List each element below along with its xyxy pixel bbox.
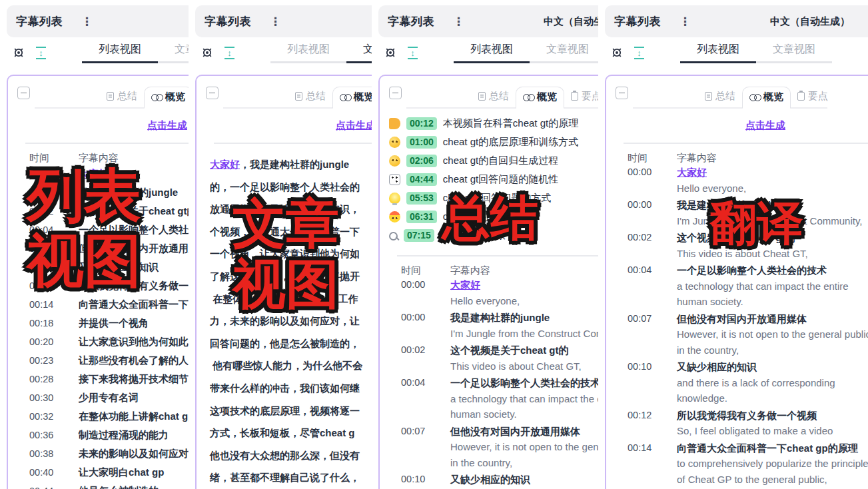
language-selector[interactable]: 中文（自动生成） bbox=[544, 15, 598, 28]
pill-overview[interactable]: 概览 bbox=[144, 87, 189, 109]
pill-overview[interactable]: 概览 bbox=[332, 87, 372, 109]
subtitle-time[interactable]: 00:00 bbox=[29, 169, 68, 179]
auto-scroll-icon[interactable] bbox=[36, 47, 46, 59]
subtitle-row[interactable]: 00:02这个视频是关于cheat gt的This video is about… bbox=[380, 342, 598, 374]
subtitle-link[interactable]: 大家好 bbox=[677, 165, 868, 181]
subtitle-time[interactable]: 00:02 bbox=[401, 342, 440, 358]
pill-summary[interactable]: 总结 bbox=[288, 87, 332, 107]
auto-scroll-icon[interactable] bbox=[224, 47, 234, 59]
subtitle-row[interactable]: 00:00大家好 bbox=[8, 165, 189, 183]
subtitle-row[interactable]: 00:44他是怎么被制造的 bbox=[8, 482, 189, 489]
subtitle-row[interactable]: 00:12所以我觉得我有义务做一个视频So, I feel obligated … bbox=[606, 408, 868, 439]
summary-row[interactable]: 01:00cheat gt的底层原理和训练方式 bbox=[389, 133, 598, 151]
kebab-menu-icon[interactable] bbox=[453, 15, 464, 29]
timestamp-badge[interactable]: 07:15 bbox=[404, 229, 434, 242]
subtitle-row[interactable]: 00:07但他没有对国内开放通用媒体However, it is not ope… bbox=[606, 311, 868, 358]
subtitle-time[interactable]: 00:23 bbox=[29, 355, 68, 366]
subtitle-row[interactable]: 00:00大家好Hello everyone, bbox=[380, 277, 598, 308]
kebab-menu-icon[interactable] bbox=[81, 15, 93, 29]
subtitle-row[interactable]: 00:30少用专有名词 bbox=[8, 388, 189, 407]
subtitle-row[interactable]: 00:00大家好Hello everyone, bbox=[606, 165, 868, 196]
locate-subtitle-icon[interactable] bbox=[12, 46, 25, 59]
summary-row[interactable]: 06:31chat gpt的涌现能力 bbox=[389, 207, 598, 226]
kebab-menu-icon[interactable] bbox=[270, 15, 281, 29]
subtitle-row[interactable]: 00:02这个视频是关于cheat gt的This video is about… bbox=[606, 230, 868, 261]
subtitle-time[interactable]: 00:00 bbox=[29, 187, 68, 198]
subtitle-row[interactable]: 00:02这个视频是关于cheat gt的 bbox=[8, 202, 189, 221]
generate-link[interactable]: 点击生成 bbox=[646, 119, 868, 132]
subtitle-row[interactable]: 00:40让大家明白chat gp bbox=[8, 463, 189, 482]
summary-row[interactable]: 05:53chat gp t回答问题的方式 bbox=[389, 189, 598, 207]
locate-subtitle-icon[interactable] bbox=[201, 46, 214, 59]
generate-link[interactable]: 点击生成 bbox=[236, 119, 372, 132]
subtitle-row[interactable]: 00:20让大家意识到他为何如此 bbox=[8, 332, 189, 351]
locate-subtitle-icon[interactable] bbox=[384, 46, 397, 59]
tab-list-view[interactable]: 列表视图 bbox=[680, 43, 756, 63]
generate-link[interactable]: 点击生成 bbox=[48, 119, 189, 132]
subtitle-row[interactable]: 00:10又缺少相应的知识and there is a lack of corr… bbox=[380, 472, 598, 489]
subtitle-time[interactable]: 00:10 bbox=[628, 359, 666, 375]
timestamp-badge[interactable]: 00:12 bbox=[406, 117, 437, 130]
subtitle-time[interactable]: 00:32 bbox=[29, 411, 68, 422]
subtitle-time[interactable]: 00:30 bbox=[29, 392, 68, 403]
subtitle-row[interactable]: 00:04一个足以影响整个人类社会的技术a technology that ca… bbox=[380, 375, 598, 422]
subtitle-row[interactable]: 00:07但他没有对国内开放通用媒体 bbox=[8, 239, 189, 258]
subtitle-row[interactable]: 00:04一个足以影响整个人类社会的技术 bbox=[8, 221, 189, 239]
pill-summary[interactable]: 总结 bbox=[698, 87, 742, 107]
tab-article-view[interactable]: 文章视图 bbox=[346, 43, 372, 63]
subtitle-time[interactable]: 00:20 bbox=[29, 336, 68, 347]
collapse-icon[interactable] bbox=[206, 87, 218, 99]
subtitle-time[interactable]: 00:12 bbox=[29, 280, 68, 291]
subtitle-row[interactable]: 00:28接下来我将抛开技术细节 bbox=[8, 370, 189, 388]
collapse-icon[interactable] bbox=[17, 87, 30, 99]
pill-summary[interactable]: 总结 bbox=[472, 87, 516, 107]
tab-article-view[interactable]: 文章视图 bbox=[756, 43, 832, 63]
subtitle-row[interactable]: 00:00我是建构社群的jungleI'm Jungle from the Co… bbox=[380, 310, 598, 341]
pill-overview[interactable]: 概览 bbox=[742, 87, 791, 109]
subtitle-row[interactable]: 00:07但他没有对国内开放通用媒体However, it is not ope… bbox=[380, 424, 598, 471]
subtitle-time[interactable]: 00:07 bbox=[401, 424, 440, 440]
subtitle-time[interactable]: 00:04 bbox=[628, 262, 666, 278]
summary-row[interactable]: 07:15chat gpt与搜索引擎 bbox=[389, 226, 598, 244]
subtitle-row[interactable]: 00:00我是建构社群的jungleI'm Jungle from the Co… bbox=[606, 197, 868, 229]
subtitle-time[interactable]: 00:10 bbox=[401, 472, 440, 488]
subtitle-time[interactable]: 00:36 bbox=[29, 430, 68, 440]
pill-keypoints[interactable]: 要点 bbox=[564, 87, 598, 107]
subtitle-time[interactable]: 00:00 bbox=[628, 165, 666, 181]
subtitle-row[interactable]: 00:04一个足以影响整个人类社会的技术a technology that ca… bbox=[606, 262, 868, 310]
subtitle-time[interactable]: 00:18 bbox=[29, 318, 68, 328]
subtitle-time[interactable]: 00:02 bbox=[628, 230, 666, 246]
subtitle-row[interactable]: 00:14向普通大众全面科普一下cheat gp的原理to comprehens… bbox=[606, 440, 868, 488]
collapse-icon[interactable] bbox=[389, 87, 402, 99]
subtitle-link[interactable]: 大家好 bbox=[210, 159, 240, 170]
subtitle-time[interactable]: 00:38 bbox=[29, 448, 68, 459]
pill-overview[interactable]: 概览 bbox=[516, 87, 564, 109]
tab-list-view[interactable]: 列表视图 bbox=[82, 43, 158, 63]
timestamp-badge[interactable]: 06:31 bbox=[406, 211, 437, 223]
subtitle-time[interactable]: 00:14 bbox=[628, 440, 666, 456]
subtitle-link[interactable]: 大家好 bbox=[450, 277, 598, 293]
timestamp-badge[interactable]: 01:00 bbox=[406, 136, 437, 149]
subtitle-time[interactable]: 00:40 bbox=[29, 467, 68, 478]
language-selector[interactable]: 中文（自动生成） bbox=[770, 15, 850, 28]
pill-summary[interactable]: 总结 bbox=[100, 87, 144, 107]
subtitle-time[interactable]: 00:07 bbox=[628, 311, 666, 327]
subtitle-time[interactable]: 00:10 bbox=[29, 262, 68, 272]
kebab-menu-icon[interactable] bbox=[679, 15, 691, 29]
subtitle-time[interactable]: 00:00 bbox=[401, 277, 440, 293]
subtitle-row[interactable]: 00:12所以我觉得我有义务做一个视频 bbox=[8, 276, 189, 295]
tab-list-view[interactable]: 列表视图 bbox=[270, 43, 346, 63]
subtitle-row[interactable]: 00:23让那些没有机会了解的人 bbox=[8, 351, 189, 370]
pill-keypoints[interactable]: 要点 bbox=[791, 87, 835, 107]
subtitle-row[interactable]: 00:00我是建构社群的jungle bbox=[8, 183, 189, 202]
summary-row[interactable]: 02:06cheat gt的自回归生成过程 bbox=[389, 151, 598, 170]
tab-article-view[interactable]: 文章视图 bbox=[530, 43, 598, 63]
subtitle-time[interactable]: 00:44 bbox=[29, 486, 68, 489]
subtitle-row[interactable]: 00:14向普通大众全面科普一下cheat gp的原理 bbox=[8, 295, 189, 314]
subtitle-row[interactable]: 00:18并提供一个视角 bbox=[8, 314, 189, 332]
subtitle-time[interactable]: 00:14 bbox=[29, 299, 68, 310]
summary-row[interactable]: 04:44cheat gt回答问题的随机性 bbox=[389, 170, 598, 189]
subtitle-row[interactable]: 00:10又缺少相应的知识 bbox=[8, 258, 189, 276]
subtitle-time[interactable]: 00:00 bbox=[628, 197, 666, 213]
tab-article-view[interactable]: 文章视图 bbox=[158, 43, 189, 63]
